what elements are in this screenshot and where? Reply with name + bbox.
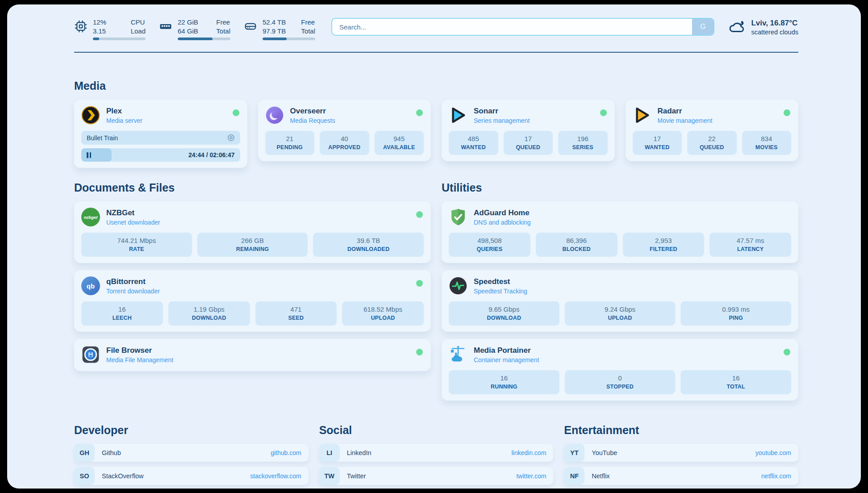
- service-card-qbittorrent[interactable]: qb qBittorrent Torrent downloader 16 LEE…: [74, 270, 431, 332]
- pause-icon[interactable]: [87, 152, 91, 158]
- link-name: Twitter: [347, 472, 366, 480]
- stat-box: 196 SERIES: [558, 131, 608, 155]
- search-engine-button[interactable]: G: [692, 19, 714, 35]
- stat-box: 471 SEED: [255, 301, 337, 326]
- service-subtitle: DNS and adblocking: [474, 219, 531, 226]
- cpu-percent: 12%: [93, 18, 119, 27]
- weather-widget: Lviv, 16.87°C scattered clouds: [728, 19, 798, 36]
- cpu-load-label: Load: [131, 27, 146, 36]
- link-name: Netflix: [592, 472, 609, 480]
- link-row-youtube[interactable]: YT YouTube youtube.com: [564, 444, 798, 462]
- system-stats: 12% 3.15 CPU Load: [74, 18, 315, 40]
- stat-box: 39.6 TB DOWNLOADED: [313, 233, 424, 257]
- stat-box: 2,953 FILTERED: [623, 233, 705, 257]
- link-row-twitter[interactable]: TW Twitter twitter.com: [319, 467, 554, 485]
- section-title-social: Social: [319, 424, 554, 437]
- qbittorrent-icon: qb: [81, 276, 100, 295]
- section-title-developer: Developer: [74, 424, 309, 437]
- service-card-adguard[interactable]: AdGuard Home DNS and adblocking 498,508 …: [442, 201, 798, 263]
- stat-box: 16 TOTAL: [680, 370, 791, 394]
- service-name: AdGuard Home: [474, 209, 531, 217]
- link-url[interactable]: github.com: [271, 449, 301, 456]
- cpu-icon: [74, 20, 88, 35]
- service-card-sonarr[interactable]: Sonarr Series management 485 WANTED 17 Q…: [442, 100, 615, 161]
- status-dot: [600, 109, 607, 116]
- cpu-label: CPU: [131, 18, 146, 27]
- disk-free-value: 52.4 TB: [263, 18, 288, 27]
- now-playing-row: Bullet Train: [81, 131, 240, 145]
- link-url[interactable]: stackoverflow.com: [250, 472, 301, 480]
- header-divider: [74, 52, 798, 53]
- service-card-speedtest[interactable]: Speedtest Speedtest Tracking 9.65 Gbps D…: [442, 270, 798, 332]
- section-title-utilities: Utilities: [442, 181, 798, 194]
- service-card-overseerr[interactable]: Overseerr Media Requests 21 PENDING 40 A…: [258, 100, 431, 161]
- playback-progress: 24:44 / 02:06:47: [81, 148, 240, 162]
- filebrowser-icon: [81, 345, 100, 364]
- link-url[interactable]: twitter.com: [516, 472, 546, 480]
- service-subtitle: Torrent downloader: [106, 288, 160, 295]
- section-title-documents: Documents & Files: [74, 181, 431, 194]
- status-dot: [416, 211, 423, 218]
- link-group-social: Social LI LinkedIn linkedin.com TW Twitt…: [319, 424, 554, 485]
- link-group-entertainment: Entertainment YT YouTube youtube.com NF …: [564, 424, 798, 489]
- stat-box: 9.24 Gbps UPLOAD: [565, 301, 676, 326]
- cpu-progress-fill: [93, 38, 99, 40]
- link-url[interactable]: netflix.com: [761, 472, 791, 480]
- stat-box: 0 STOPPED: [565, 370, 676, 394]
- now-playing-title: Bullet Train: [87, 134, 118, 142]
- link-row-stackoverflow[interactable]: SO StackOverflow stackoverflow.com: [74, 467, 309, 485]
- cpu-load-value: 3.15: [93, 27, 119, 36]
- disk-icon: [244, 20, 257, 35]
- service-card-filebrowser[interactable]: File Browser Media File Management: [74, 339, 431, 371]
- service-subtitle: Series management: [474, 117, 530, 124]
- service-card-radarr[interactable]: Radarr Movie management 17 WANTED 22 QUE…: [626, 100, 799, 161]
- service-card-portainer[interactable]: Media Portainer Container management 16 …: [442, 339, 798, 401]
- disk-free-label: Free: [301, 18, 315, 27]
- search-input[interactable]: [332, 19, 692, 35]
- link-badge: TW: [319, 467, 340, 485]
- service-name: qBittorrent: [106, 277, 160, 286]
- status-dot: [416, 280, 423, 287]
- service-name: Speedtest: [474, 277, 527, 286]
- link-badge: GH: [74, 444, 95, 462]
- link-group-developer: Developer GH Github github.com SO StackO…: [74, 424, 309, 489]
- cloud-icon: [728, 19, 746, 36]
- ram-progress-fill: [178, 38, 213, 40]
- disk-progress-fill: [263, 38, 287, 40]
- dashboard-panel: 12% 3.15 CPU Load: [7, 4, 861, 489]
- sonarr-icon: [449, 106, 467, 125]
- weather-condition: scattered clouds: [751, 29, 798, 36]
- link-row-netflix[interactable]: NF Netflix netflix.com: [564, 467, 798, 485]
- link-row-linkedin[interactable]: LI LinkedIn linkedin.com: [319, 444, 554, 462]
- link-url[interactable]: youtube.com: [755, 449, 791, 456]
- nzbget-icon: nzbget: [81, 208, 100, 226]
- link-name: LinkedIn: [347, 449, 371, 456]
- ram-total-label: Total: [216, 27, 230, 36]
- stat-box: 485 WANTED: [449, 131, 498, 155]
- status-dot: [784, 109, 790, 116]
- service-name: File Browser: [106, 346, 173, 355]
- session-icon[interactable]: [227, 134, 235, 142]
- service-name: Overseerr: [290, 107, 335, 116]
- service-subtitle: Speedtest Tracking: [474, 288, 527, 295]
- service-name: Media Portainer: [474, 346, 539, 355]
- stat-box: 9.65 Gbps DOWNLOAD: [449, 301, 559, 326]
- service-subtitle: Media server: [106, 117, 142, 124]
- service-name: Plex: [106, 107, 142, 116]
- ram-icon: [159, 20, 172, 35]
- ram-free-value: 22 GiB: [178, 18, 204, 27]
- link-row-github[interactable]: GH Github github.com: [74, 444, 309, 462]
- stat-box: 834 MOVIES: [742, 131, 792, 155]
- stat-box: 17 QUEUED: [504, 131, 553, 155]
- stat-box: 17 WANTED: [633, 131, 682, 155]
- service-name: NZBGet: [106, 209, 160, 217]
- service-card-plex[interactable]: Plex Media server Bullet Train: [74, 100, 247, 168]
- stat-box: 22 QUEUED: [687, 131, 737, 155]
- link-url[interactable]: linkedin.com: [512, 449, 547, 456]
- stat-box: 47.57 ms LATENCY: [709, 233, 791, 257]
- ram-free-label: Free: [216, 18, 230, 27]
- playback-progress-fill: [81, 148, 112, 162]
- playback-time: 24:44 / 02:06:47: [188, 151, 235, 159]
- service-card-nzbget[interactable]: nzbget NZBGet Usenet downloader 744.21 M…: [74, 201, 431, 263]
- link-name: StackOverflow: [102, 472, 143, 480]
